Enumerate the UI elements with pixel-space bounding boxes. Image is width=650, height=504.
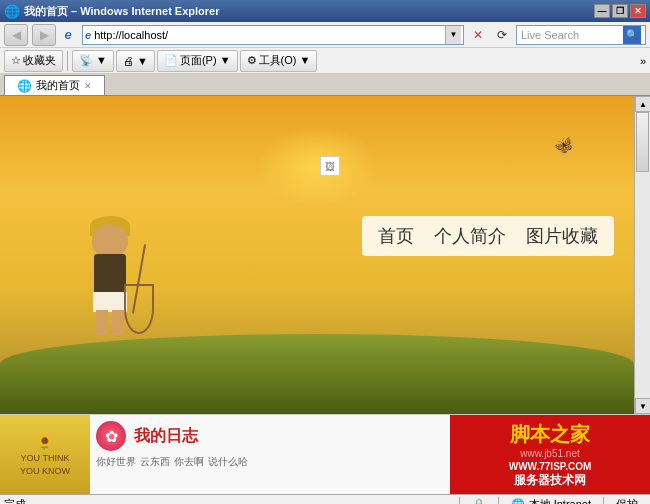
search-placeholder: Live Search xyxy=(521,29,623,41)
tab-favicon: 🌐 xyxy=(17,79,32,93)
link-3[interactable]: 你去啊 xyxy=(174,455,204,469)
tab-homepage[interactable]: 🌐 我的首页 ✕ xyxy=(4,75,105,95)
zone-label: 本地 Intranet xyxy=(529,497,591,504)
tools-button[interactable]: ⚙ 工具(O) ▼ xyxy=(240,50,318,72)
toolbar-separator xyxy=(67,51,68,71)
site-sub2: 服务器技术网 xyxy=(514,472,586,489)
boy-illustration xyxy=(70,224,150,344)
diary-text-prefix: 我的 xyxy=(134,427,166,444)
nav-menu: 首页 个人简介 图片收藏 xyxy=(362,216,614,256)
toolbar-expand[interactable]: » xyxy=(640,55,646,67)
broken-image: 🖼 xyxy=(320,156,340,176)
bottom-section: 🌻 YOU THINK YOU KNOW ✿ 我的日志 你好世界 云东西 你去啊… xyxy=(0,414,650,494)
vertical-scrollbar[interactable]: ▲ ▼ xyxy=(634,96,650,414)
star-icon: ☆ xyxy=(11,54,21,67)
search-box[interactable]: Live Search 🔍 xyxy=(516,25,646,45)
scroll-up-button[interactable]: ▲ xyxy=(635,96,650,112)
link-1[interactable]: 你好世界 xyxy=(96,455,136,469)
diary-label: 我的日志 xyxy=(134,426,198,447)
print-button[interactable]: 🖨 ▼ xyxy=(116,50,155,72)
status-sep-3 xyxy=(603,497,604,505)
webpage: 🖼 🦋 xyxy=(0,96,634,414)
refresh-button[interactable]: ⟳ xyxy=(492,25,512,45)
browser-content: 🖼 🦋 xyxy=(0,96,634,414)
tab-close-icon[interactable]: ✕ xyxy=(84,81,92,91)
status-security: 🔒 xyxy=(464,498,494,504)
address-favicon: e xyxy=(85,29,91,41)
butterfly-net xyxy=(124,284,154,334)
scroll-down-button[interactable]: ▼ xyxy=(635,398,650,414)
diary-section: ✿ 我的日志 xyxy=(96,421,444,451)
favorites-label: 收藏夹 xyxy=(23,53,56,68)
nav-item-home[interactable]: 首页 xyxy=(378,224,414,248)
site-branding: 脚本之家 www.jb51.net WWW.77ISP.COM 服务器技术网 xyxy=(450,415,650,494)
browser-content-wrap: 🖼 🦋 xyxy=(0,96,650,414)
address-text: http://localhost/ xyxy=(94,29,445,41)
site-sub: WWW.77ISP.COM xyxy=(509,461,592,472)
close-button[interactable]: ✕ xyxy=(630,4,646,18)
diary-icon: ✿ xyxy=(96,421,126,451)
title-bar-left: 🌐 我的首页 – Windows Internet Explorer xyxy=(4,4,219,19)
status-protect: 保护 xyxy=(608,497,646,504)
diary-highlight: 日志 xyxy=(166,427,198,444)
tab-label: 我的首页 xyxy=(36,78,80,93)
protect-label: 保护 xyxy=(616,497,638,504)
restore-button[interactable]: ❐ xyxy=(612,4,628,18)
address-bar: ◀ ▶ e e http://localhost/ ▼ ✕ ⟳ Live Sea… xyxy=(0,22,650,48)
toolbar-row: ☆ 收藏夹 📡 ▼ 🖨 ▼ 📄 页面(P) ▼ ⚙ 工具(O) ▼ » xyxy=(0,48,650,74)
link-4[interactable]: 说什么哈 xyxy=(208,455,248,469)
status-sep-1 xyxy=(459,497,460,505)
lock-icon: 🔒 xyxy=(472,498,486,504)
page-button[interactable]: 📄 页面(P) ▼ xyxy=(157,50,238,72)
site-url: www.jb51.net xyxy=(520,448,579,459)
bottom-links: 你好世界 云东西 你去啊 说什么哈 xyxy=(96,455,444,469)
ie-logo: e xyxy=(60,27,76,43)
site-name: 脚本之家 xyxy=(510,421,590,448)
minimize-button[interactable]: — xyxy=(594,4,610,18)
bottom-thumbnail-left: 🌻 YOU THINK YOU KNOW xyxy=(0,415,90,494)
gear-icon: ⚙ xyxy=(247,54,257,67)
scroll-thumb[interactable] xyxy=(636,112,649,172)
forward-button[interactable]: ▶ xyxy=(32,24,56,46)
globe-icon: 🌐 xyxy=(511,498,525,504)
status-text: 完成 xyxy=(4,497,26,504)
window-title: 我的首页 – Windows Internet Explorer xyxy=(24,4,219,19)
bottom-center: ✿ 我的日志 你好世界 云东西 你去啊 说什么哈 xyxy=(90,415,450,494)
page-icon: 📄 xyxy=(164,54,178,67)
stop-button[interactable]: ✕ xyxy=(468,25,488,45)
page-label: 页面(P) ▼ xyxy=(180,53,231,68)
boy-torso xyxy=(94,254,126,294)
status-zone: 🌐 本地 Intranet xyxy=(503,497,599,504)
thumbnail-text: 🌻 YOU THINK YOU KNOW xyxy=(20,433,70,478)
nav-item-about[interactable]: 个人简介 xyxy=(434,224,506,248)
broken-image-icon: 🖼 xyxy=(325,161,335,172)
back-button[interactable]: ◀ xyxy=(4,24,28,46)
boy-shorts xyxy=(93,292,127,312)
boy-left-leg xyxy=(96,310,108,335)
link-2[interactable]: 云东西 xyxy=(140,455,170,469)
status-sep-2 xyxy=(498,497,499,505)
boy-right-leg xyxy=(112,310,124,335)
feeds-button[interactable]: 📡 ▼ xyxy=(72,50,114,72)
address-dropdown[interactable]: ▼ xyxy=(445,26,461,44)
grass-area xyxy=(0,334,634,414)
search-button[interactable]: 🔍 xyxy=(623,26,641,44)
tab-bar: 🌐 我的首页 ✕ xyxy=(0,74,650,96)
title-bar-controls: — ❐ ✕ xyxy=(594,4,646,18)
favorites-button[interactable]: ☆ 收藏夹 xyxy=(4,50,63,72)
title-bar: 🌐 我的首页 – Windows Internet Explorer — ❐ ✕ xyxy=(0,0,650,22)
boy-head xyxy=(92,224,128,256)
nav-item-gallery[interactable]: 图片收藏 xyxy=(526,224,598,248)
tools-label: 工具(O) ▼ xyxy=(259,53,311,68)
window-icon: 🌐 xyxy=(4,4,20,19)
status-bar: 完成 🔒 🌐 本地 Intranet 保护 xyxy=(0,494,650,504)
sun-glow xyxy=(257,126,377,206)
address-input-wrap[interactable]: e http://localhost/ ▼ xyxy=(82,25,464,45)
scroll-track[interactable] xyxy=(635,112,650,398)
